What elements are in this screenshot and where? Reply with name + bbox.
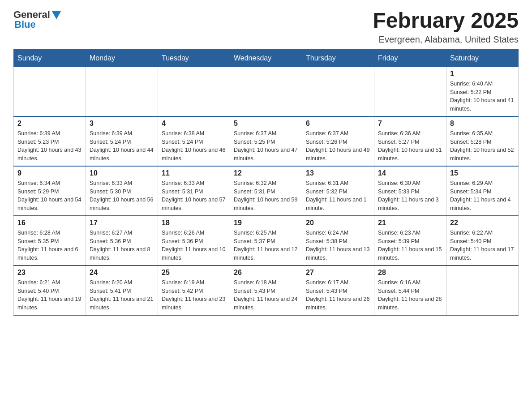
calendar-cell: 13Sunrise: 6:31 AMSunset: 5:32 PMDayligh… — [302, 166, 374, 216]
day-number: 14 — [378, 169, 442, 177]
page-header: General Blue February 2025 Evergreen, Al… — [13, 9, 519, 45]
day-info: Sunrise: 6:25 AMSunset: 5:37 PMDaylight:… — [234, 229, 298, 262]
day-info: Sunrise: 6:23 AMSunset: 5:39 PMDaylight:… — [378, 229, 442, 262]
calendar-cell — [86, 67, 158, 116]
day-number: 6 — [306, 120, 370, 128]
weekday-header-friday: Friday — [374, 49, 446, 67]
calendar-cell — [14, 67, 86, 116]
day-info: Sunrise: 6:35 AMSunset: 5:28 PMDaylight:… — [450, 129, 515, 163]
day-info: Sunrise: 6:29 AMSunset: 5:34 PMDaylight:… — [450, 179, 515, 213]
day-info: Sunrise: 6:32 AMSunset: 5:31 PMDaylight:… — [234, 179, 298, 213]
title-block: February 2025 Evergreen, Alabama, United… — [373, 9, 519, 45]
calendar-cell: 10Sunrise: 6:33 AMSunset: 5:30 PMDayligh… — [86, 166, 158, 216]
day-info: Sunrise: 6:37 AMSunset: 5:26 PMDaylight:… — [306, 129, 370, 163]
day-info: Sunrise: 6:24 AMSunset: 5:38 PMDaylight:… — [306, 229, 370, 262]
calendar-cell: 26Sunrise: 6:18 AMSunset: 5:43 PMDayligh… — [230, 265, 302, 315]
weekday-header-tuesday: Tuesday — [158, 49, 230, 67]
calendar-cell: 15Sunrise: 6:29 AMSunset: 5:34 PMDayligh… — [446, 166, 519, 216]
day-number: 1 — [450, 70, 515, 78]
calendar-cell: 25Sunrise: 6:19 AMSunset: 5:42 PMDayligh… — [158, 265, 230, 315]
weekday-header-thursday: Thursday — [302, 49, 374, 67]
logo-triangle-icon — [52, 11, 61, 19]
calendar-cell: 9Sunrise: 6:34 AMSunset: 5:29 PMDaylight… — [14, 166, 86, 216]
day-info: Sunrise: 6:19 AMSunset: 5:42 PMDaylight:… — [162, 278, 226, 312]
day-number: 5 — [234, 120, 298, 128]
calendar-cell: 24Sunrise: 6:20 AMSunset: 5:41 PMDayligh… — [86, 265, 158, 315]
day-info: Sunrise: 6:30 AMSunset: 5:33 PMDaylight:… — [378, 179, 442, 213]
logo: General Blue — [13, 9, 61, 30]
day-number: 25 — [162, 269, 226, 277]
calendar-table: SundayMondayTuesdayWednesdayThursdayFrid… — [13, 49, 519, 316]
day-number: 27 — [306, 269, 370, 277]
calendar-cell: 14Sunrise: 6:30 AMSunset: 5:33 PMDayligh… — [374, 166, 446, 216]
calendar-cell: 18Sunrise: 6:26 AMSunset: 5:36 PMDayligh… — [158, 216, 230, 265]
day-number: 17 — [90, 219, 154, 227]
day-info: Sunrise: 6:40 AMSunset: 5:22 PMDaylight:… — [450, 80, 515, 113]
day-info: Sunrise: 6:38 AMSunset: 5:24 PMDaylight:… — [162, 129, 226, 163]
day-info: Sunrise: 6:36 AMSunset: 5:27 PMDaylight:… — [378, 129, 442, 163]
calendar-cell: 5Sunrise: 6:37 AMSunset: 5:25 PMDaylight… — [230, 116, 302, 166]
calendar-cell: 11Sunrise: 6:33 AMSunset: 5:31 PMDayligh… — [158, 166, 230, 216]
calendar-week-row: 9Sunrise: 6:34 AMSunset: 5:29 PMDaylight… — [14, 166, 519, 216]
calendar-cell: 3Sunrise: 6:39 AMSunset: 5:24 PMDaylight… — [86, 116, 158, 166]
weekday-header-saturday: Saturday — [446, 49, 519, 67]
day-info: Sunrise: 6:31 AMSunset: 5:32 PMDaylight:… — [306, 179, 370, 213]
day-info: Sunrise: 6:20 AMSunset: 5:41 PMDaylight:… — [90, 278, 154, 312]
day-number: 19 — [234, 219, 298, 227]
day-info: Sunrise: 6:37 AMSunset: 5:25 PMDaylight:… — [234, 129, 298, 163]
day-number: 24 — [90, 269, 154, 277]
calendar-cell — [446, 265, 519, 315]
day-number: 20 — [306, 219, 370, 227]
day-number: 4 — [162, 120, 226, 128]
day-info: Sunrise: 6:22 AMSunset: 5:40 PMDaylight:… — [450, 229, 515, 262]
day-number: 10 — [90, 169, 154, 177]
day-number: 2 — [17, 120, 82, 128]
calendar-cell: 22Sunrise: 6:22 AMSunset: 5:40 PMDayligh… — [446, 216, 519, 265]
day-number: 26 — [234, 269, 298, 277]
day-number: 3 — [90, 120, 154, 128]
calendar-week-row: 16Sunrise: 6:28 AMSunset: 5:35 PMDayligh… — [14, 216, 519, 265]
calendar-cell — [302, 67, 374, 116]
calendar-cell: 8Sunrise: 6:35 AMSunset: 5:28 PMDaylight… — [446, 116, 519, 166]
calendar-cell: 1Sunrise: 6:40 AMSunset: 5:22 PMDaylight… — [446, 67, 519, 116]
calendar-cell: 7Sunrise: 6:36 AMSunset: 5:27 PMDaylight… — [374, 116, 446, 166]
weekday-header-sunday: Sunday — [14, 49, 86, 67]
calendar-week-row: 1Sunrise: 6:40 AMSunset: 5:22 PMDaylight… — [14, 67, 519, 116]
weekday-header-row: SundayMondayTuesdayWednesdayThursdayFrid… — [14, 49, 519, 67]
weekday-header-wednesday: Wednesday — [230, 49, 302, 67]
day-info: Sunrise: 6:33 AMSunset: 5:30 PMDaylight:… — [90, 179, 154, 213]
weekday-header-monday: Monday — [86, 49, 158, 67]
calendar-cell — [230, 67, 302, 116]
day-info: Sunrise: 6:34 AMSunset: 5:29 PMDaylight:… — [17, 179, 82, 213]
day-info: Sunrise: 6:16 AMSunset: 5:44 PMDaylight:… — [378, 278, 442, 312]
calendar-cell: 23Sunrise: 6:21 AMSunset: 5:40 PMDayligh… — [14, 265, 86, 315]
day-number: 22 — [450, 219, 515, 227]
calendar-cell: 2Sunrise: 6:39 AMSunset: 5:23 PMDaylight… — [14, 116, 86, 166]
calendar-cell: 6Sunrise: 6:37 AMSunset: 5:26 PMDaylight… — [302, 116, 374, 166]
day-number: 13 — [306, 169, 370, 177]
day-info: Sunrise: 6:21 AMSunset: 5:40 PMDaylight:… — [17, 278, 82, 312]
day-number: 7 — [378, 120, 442, 128]
day-number: 12 — [234, 169, 298, 177]
location-subtitle: Evergreen, Alabama, United States — [373, 34, 519, 45]
calendar-cell: 28Sunrise: 6:16 AMSunset: 5:44 PMDayligh… — [374, 265, 446, 315]
calendar-cell: 19Sunrise: 6:25 AMSunset: 5:37 PMDayligh… — [230, 216, 302, 265]
calendar-cell: 17Sunrise: 6:27 AMSunset: 5:36 PMDayligh… — [86, 216, 158, 265]
calendar-week-row: 2Sunrise: 6:39 AMSunset: 5:23 PMDaylight… — [14, 116, 519, 166]
month-title: February 2025 — [373, 9, 519, 33]
day-info: Sunrise: 6:28 AMSunset: 5:35 PMDaylight:… — [17, 229, 82, 262]
calendar-cell: 21Sunrise: 6:23 AMSunset: 5:39 PMDayligh… — [374, 216, 446, 265]
day-number: 9 — [17, 169, 82, 177]
day-number: 21 — [378, 219, 442, 227]
day-number: 15 — [450, 169, 515, 177]
calendar-cell — [158, 67, 230, 116]
day-number: 8 — [450, 120, 515, 128]
calendar-cell: 20Sunrise: 6:24 AMSunset: 5:38 PMDayligh… — [302, 216, 374, 265]
day-info: Sunrise: 6:26 AMSunset: 5:36 PMDaylight:… — [162, 229, 226, 262]
day-info: Sunrise: 6:39 AMSunset: 5:24 PMDaylight:… — [90, 129, 154, 163]
calendar-week-row: 23Sunrise: 6:21 AMSunset: 5:40 PMDayligh… — [14, 265, 519, 315]
day-info: Sunrise: 6:27 AMSunset: 5:36 PMDaylight:… — [90, 229, 154, 262]
calendar-cell: 12Sunrise: 6:32 AMSunset: 5:31 PMDayligh… — [230, 166, 302, 216]
day-info: Sunrise: 6:33 AMSunset: 5:31 PMDaylight:… — [162, 179, 226, 213]
day-number: 28 — [378, 269, 442, 277]
